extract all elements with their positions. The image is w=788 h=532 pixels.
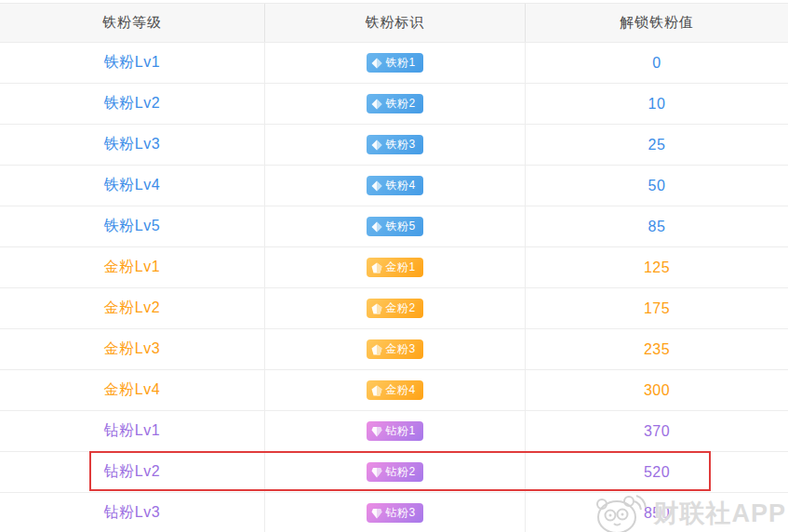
gem-icon xyxy=(371,140,382,151)
gem-icon xyxy=(371,180,382,192)
badge-label: 铁粉2 xyxy=(385,94,415,113)
fan-badge-cell: 金粉1 xyxy=(264,247,525,287)
gem-icon xyxy=(371,508,382,519)
table-row: 钻粉Lv1 xyxy=(0,411,788,452)
fan-badge: 金粉4 xyxy=(367,380,422,400)
fan-level-text: 金粉Lv3 xyxy=(0,329,264,369)
unlock-value-text: 300 xyxy=(525,370,788,410)
unlock-value-text: 370 xyxy=(525,411,788,451)
header-fan-badge: 铁粉标识 xyxy=(264,4,525,42)
gem-icon xyxy=(371,467,382,478)
table-row: 金粉Lv1 xyxy=(0,247,788,288)
fan-badge-cell: 钻粉2 xyxy=(264,452,525,492)
fan-badge-cell: 铁粉4 xyxy=(264,166,525,206)
table-row: 钻粉Lv3 xyxy=(0,493,788,532)
table-row: 铁粉Lv1 xyxy=(0,43,788,84)
gem-icon xyxy=(371,99,382,110)
fan-badge-cell: 铁粉3 xyxy=(264,125,525,165)
fan-badge-cell: 钻粉3 xyxy=(264,493,525,532)
table-row: 金粉Lv3 xyxy=(0,329,788,370)
fan-badge: 金粉2 xyxy=(367,299,422,318)
fan-level-text: 铁粉Lv4 xyxy=(0,166,264,206)
header-fan-level: 铁粉等级 xyxy=(0,4,264,42)
gem-icon xyxy=(371,344,382,355)
table-row: 金粉Lv2 xyxy=(0,288,788,329)
table-row: 铁粉Lv3 xyxy=(0,125,788,166)
fan-badge: 钻粉3 xyxy=(367,503,422,523)
badge-label: 钻粉3 xyxy=(385,503,415,523)
fan-level-text: 金粉Lv4 xyxy=(0,370,264,410)
gem-icon xyxy=(371,303,382,314)
fan-badge: 钻粉2 xyxy=(367,462,422,482)
fan-level-text: 钻粉Lv1 xyxy=(0,411,264,451)
unlock-value-text: 85 xyxy=(525,206,788,246)
fan-badge-cell: 金粉2 xyxy=(264,288,525,328)
fan-badge: 铁粉2 xyxy=(367,94,422,113)
fan-level-text: 铁粉Lv5 xyxy=(0,206,264,246)
badge-label: 金粉3 xyxy=(385,339,415,359)
table-row: 铁粉Lv5 xyxy=(0,206,788,247)
fan-badge: 铁粉1 xyxy=(367,53,422,73)
unlock-value-text: 125 xyxy=(525,247,788,287)
fan-badge: 铁粉3 xyxy=(367,135,422,154)
badge-label: 钻粉2 xyxy=(385,462,415,482)
fan-badge: 铁粉4 xyxy=(367,176,422,195)
table-row: 铁粉Lv4 xyxy=(0,166,788,206)
badge-label: 钻粉1 xyxy=(385,421,415,441)
fan-badge-cell: 铁粉5 xyxy=(264,206,525,246)
fan-level-table: 铁粉等级 铁粉标识 解锁铁粉值 铁粉Lv1 xyxy=(0,3,788,532)
fan-level-page: 铁粉等级 铁粉标识 解锁铁粉值 铁粉Lv1 xyxy=(0,0,788,532)
fan-level-text: 钻粉Lv2 xyxy=(0,452,264,492)
fan-badge-cell: 金粉3 xyxy=(264,329,525,369)
fan-level-text: 金粉Lv1 xyxy=(0,247,264,287)
badge-label: 金粉2 xyxy=(385,299,415,318)
fan-level-text: 铁粉Lv3 xyxy=(0,125,264,165)
fan-badge: 金粉1 xyxy=(367,258,422,277)
table-body: 铁粉Lv1 xyxy=(0,43,788,532)
badge-label: 铁粉1 xyxy=(385,53,415,73)
badge-label: 铁粉5 xyxy=(385,217,415,236)
fan-level-text: 铁粉Lv2 xyxy=(0,84,264,124)
fan-badge-cell: 钻粉1 xyxy=(264,411,525,451)
badge-label: 金粉4 xyxy=(385,380,415,400)
fan-level-text: 金粉Lv2 xyxy=(0,288,264,328)
gem-icon xyxy=(371,385,382,396)
unlock-value-text: 10 xyxy=(525,84,788,124)
badge-label: 金粉1 xyxy=(385,258,415,277)
fan-badge-cell: 铁粉1 xyxy=(264,43,525,83)
table-row: 铁粉Lv2 xyxy=(0,84,788,125)
unlock-value-text: 850 xyxy=(525,493,788,532)
fan-badge: 金粉3 xyxy=(367,339,422,359)
fan-badge-cell: 金粉4 xyxy=(264,370,525,410)
gem-icon xyxy=(371,262,382,273)
fan-badge-cell: 铁粉2 xyxy=(264,84,525,124)
badge-label: 铁粉3 xyxy=(385,135,415,154)
unlock-value-text: 520 xyxy=(525,452,788,492)
gem-icon xyxy=(371,426,382,437)
fan-level-text: 钻粉Lv3 xyxy=(0,493,264,532)
fan-badge: 铁粉5 xyxy=(367,217,422,236)
unlock-value-text: 235 xyxy=(525,329,788,369)
unlock-value-text: 0 xyxy=(525,43,788,83)
table-row: 金粉Lv4 xyxy=(0,370,788,411)
fan-level-text: 铁粉Lv1 xyxy=(0,43,264,83)
unlock-value-text: 25 xyxy=(525,125,788,165)
fan-badge: 钻粉1 xyxy=(367,421,422,441)
unlock-value-text: 175 xyxy=(525,288,788,328)
gem-icon xyxy=(371,58,382,69)
unlock-value-text: 50 xyxy=(525,166,788,206)
header-unlock-value: 解锁铁粉值 xyxy=(525,4,788,42)
gem-icon xyxy=(371,221,382,233)
badge-label: 铁粉4 xyxy=(385,176,415,195)
table-header-row: 铁粉等级 铁粉标识 解锁铁粉值 xyxy=(0,3,788,43)
table-row: 钻粉Lv2 xyxy=(0,452,788,493)
